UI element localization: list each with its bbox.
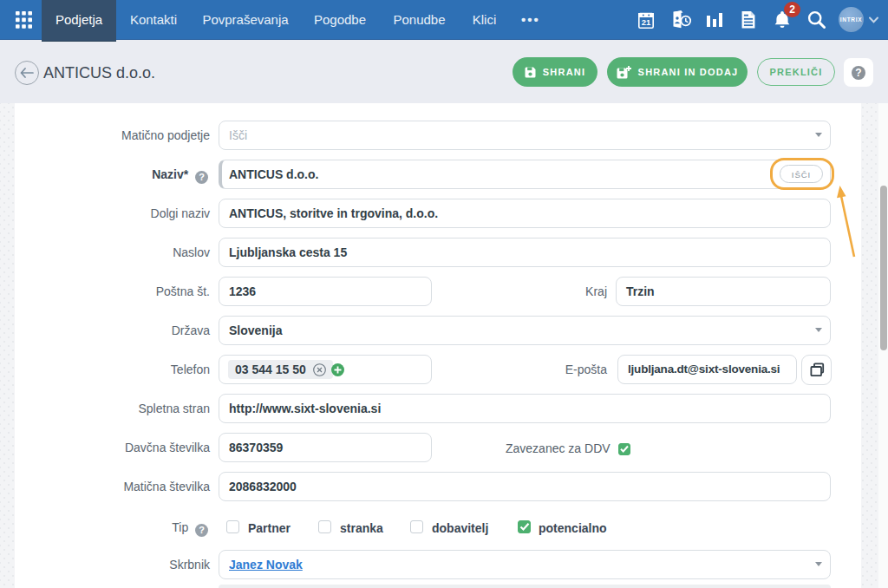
svg-text:21: 21	[642, 17, 651, 27]
